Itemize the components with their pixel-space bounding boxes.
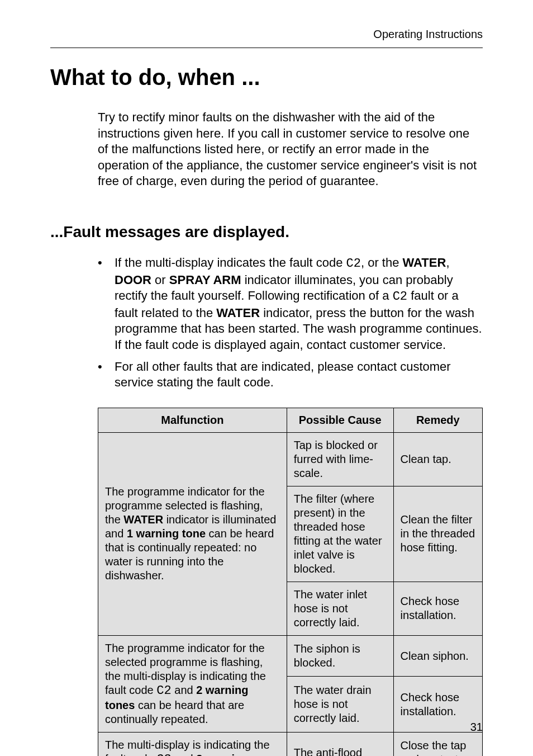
bold-text: WATER (123, 513, 163, 526)
fault-code-inline: C2 (346, 257, 361, 271)
table-header: Remedy (393, 408, 482, 432)
table-cell-cause: The water drain hose is not correctly la… (287, 677, 393, 733)
bullet-mark: • (98, 255, 115, 353)
bullet-item: • For all other faults that are indicate… (98, 359, 483, 391)
table-cell-remedy: Close the tap and contact customer servi… (393, 733, 482, 756)
bullet-item: • If the multi-display indicates the fau… (98, 255, 483, 353)
bold-text: SPRAY ARM (169, 273, 241, 287)
sub-heading: ...Fault messages are displayed. (50, 223, 483, 241)
fault-table: Malfunction Possible Cause Remedy The pr… (98, 408, 483, 756)
table-cell-malfunction: The programme indicator for the selected… (98, 635, 287, 733)
table-cell-cause: Tap is blocked or furred with lime-scale… (287, 432, 393, 486)
fault-code-inline: C2 (156, 684, 171, 698)
table-row: The programme indicator for the programm… (98, 432, 483, 486)
text-fragment: and (172, 753, 196, 756)
table-header: Malfunction (98, 408, 287, 432)
fault-code-inline: C3 (156, 753, 171, 756)
page-title: What to do, when ... (50, 65, 483, 90)
table-cell-malfunction: The programme indicator for the programm… (98, 432, 287, 635)
text-fragment: or (151, 273, 169, 287)
bold-text: DOOR (115, 273, 151, 287)
table-header: Possible Cause (287, 408, 393, 432)
table-cell-cause: The siphon is blocked. (287, 635, 393, 677)
bold-text: WATER (216, 306, 260, 320)
table-cell-remedy: Clean the filter in the threaded hose fi… (393, 486, 482, 582)
page-number: 31 (470, 721, 483, 734)
bullet-text: For all other faults that are indicated,… (115, 359, 483, 391)
text-fragment: and (172, 684, 196, 696)
text-fragment: If the multi-display indicates the fault… (115, 256, 346, 270)
bold-text: 1 warning tone (127, 527, 206, 540)
table-cell-cause: The water inlet hose is not correctly la… (287, 582, 393, 635)
bold-text: WATER (403, 256, 446, 270)
bullet-list: • If the multi-display indicates the fau… (98, 255, 483, 391)
table-cell-remedy: Check hose installation. (393, 677, 482, 733)
table-cell-remedy: Check hose installation. (393, 582, 482, 635)
table-row: The programme indicator for the selected… (98, 635, 483, 677)
table-row: The multi-display is indicating the faul… (98, 733, 483, 756)
table-header-row: Malfunction Possible Cause Remedy (98, 408, 483, 432)
table-cell-malfunction: The multi-display is indicating the faul… (98, 733, 287, 756)
table-cell-remedy: Clean tap. (393, 432, 482, 486)
text-fragment: , (446, 256, 449, 270)
running-header: Operating Instructions (50, 28, 483, 48)
fault-code-inline: C2 (393, 290, 407, 304)
bullet-mark: • (98, 359, 115, 391)
table-cell-cause: The filter (where present) in the thread… (287, 486, 393, 582)
table-cell-remedy: Clean siphon. (393, 635, 482, 677)
text-fragment: , or the (361, 256, 403, 270)
intro-paragraph: Try to rectify minor faults on the dishw… (98, 110, 483, 190)
bullet-text: If the multi-display indicates the fault… (115, 255, 483, 353)
table-cell-cause: The anti-flood system has been triggered… (287, 733, 393, 756)
